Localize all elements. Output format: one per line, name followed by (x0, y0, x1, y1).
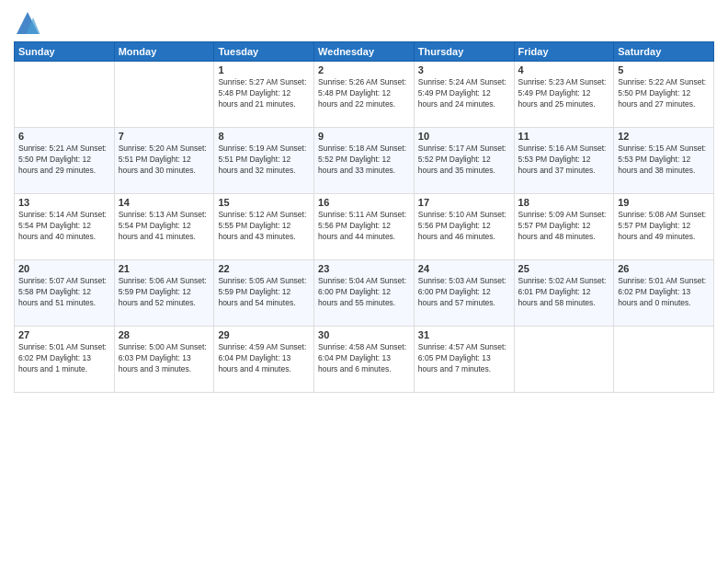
calendar-cell: 15Sunrise: 5:12 AM Sunset: 5:55 PM Dayli… (214, 194, 314, 260)
header-day-wednesday: Wednesday (314, 42, 415, 62)
calendar-cell: 20Sunrise: 5:07 AM Sunset: 5:58 PM Dayli… (15, 260, 115, 327)
day-info: Sunrise: 5:22 AM Sunset: 5:50 PM Dayligh… (618, 77, 710, 110)
calendar-cell (514, 327, 614, 393)
day-number: 12 (618, 131, 710, 142)
day-number: 2 (318, 64, 410, 75)
day-number: 5 (618, 64, 710, 75)
day-number: 6 (18, 131, 110, 142)
day-info: Sunrise: 5:01 AM Sunset: 6:02 PM Dayligh… (618, 276, 710, 309)
day-info: Sunrise: 5:02 AM Sunset: 6:01 PM Dayligh… (518, 276, 610, 309)
calendar-cell: 16Sunrise: 5:11 AM Sunset: 5:56 PM Dayli… (314, 194, 415, 260)
day-info: Sunrise: 5:00 AM Sunset: 6:03 PM Dayligh… (119, 342, 210, 375)
calendar-cell (114, 62, 214, 128)
day-number: 27 (18, 329, 110, 340)
header-day-friday: Friday (514, 42, 614, 62)
calendar-cell: 1Sunrise: 5:27 AM Sunset: 5:48 PM Daylig… (214, 62, 314, 128)
calendar-header-row: SundayMondayTuesdayWednesdayThursdayFrid… (15, 42, 714, 62)
day-info: Sunrise: 4:57 AM Sunset: 6:05 PM Dayligh… (418, 342, 510, 375)
day-number: 16 (318, 197, 410, 208)
day-info: Sunrise: 5:06 AM Sunset: 5:59 PM Dayligh… (119, 276, 210, 309)
day-info: Sunrise: 4:59 AM Sunset: 6:04 PM Dayligh… (218, 342, 310, 375)
day-info: Sunrise: 5:26 AM Sunset: 5:48 PM Dayligh… (318, 77, 410, 110)
day-info: Sunrise: 5:11 AM Sunset: 5:56 PM Dayligh… (318, 210, 410, 243)
day-number: 3 (418, 64, 510, 75)
day-info: Sunrise: 5:04 AM Sunset: 6:00 PM Dayligh… (318, 276, 410, 309)
day-info: Sunrise: 5:10 AM Sunset: 5:56 PM Dayligh… (418, 210, 510, 243)
day-number: 1 (218, 64, 310, 75)
calendar-cell: 10Sunrise: 5:17 AM Sunset: 5:52 PM Dayli… (414, 128, 514, 194)
calendar-cell: 25Sunrise: 5:02 AM Sunset: 6:01 PM Dayli… (514, 260, 614, 327)
day-number: 20 (18, 263, 110, 274)
day-number: 9 (318, 131, 410, 142)
calendar-cell: 19Sunrise: 5:08 AM Sunset: 5:57 PM Dayli… (614, 194, 714, 260)
day-info: Sunrise: 5:09 AM Sunset: 5:57 PM Dayligh… (518, 210, 610, 243)
calendar-cell: 14Sunrise: 5:13 AM Sunset: 5:54 PM Dayli… (114, 194, 214, 260)
header-day-sunday: Sunday (15, 42, 115, 62)
calendar-cell: 3Sunrise: 5:24 AM Sunset: 5:49 PM Daylig… (414, 62, 514, 128)
day-number: 21 (119, 263, 210, 274)
calendar-week-5: 27Sunrise: 5:01 AM Sunset: 6:02 PM Dayli… (15, 327, 714, 393)
calendar-cell: 5Sunrise: 5:22 AM Sunset: 5:50 PM Daylig… (614, 62, 714, 128)
day-number: 23 (318, 263, 410, 274)
header-day-tuesday: Tuesday (214, 42, 314, 62)
calendar-cell: 23Sunrise: 5:04 AM Sunset: 6:00 PM Dayli… (314, 260, 415, 327)
calendar-week-3: 13Sunrise: 5:14 AM Sunset: 5:54 PM Dayli… (15, 194, 714, 260)
calendar-cell (15, 62, 115, 128)
calendar-cell: 4Sunrise: 5:23 AM Sunset: 5:49 PM Daylig… (514, 62, 614, 128)
calendar-week-2: 6Sunrise: 5:21 AM Sunset: 5:50 PM Daylig… (15, 128, 714, 194)
day-info: Sunrise: 5:12 AM Sunset: 5:55 PM Dayligh… (218, 210, 310, 243)
page-container: SundayMondayTuesdayWednesdayThursdayFrid… (0, 0, 728, 402)
day-info: Sunrise: 5:23 AM Sunset: 5:49 PM Dayligh… (518, 77, 610, 110)
day-info: Sunrise: 5:01 AM Sunset: 6:02 PM Dayligh… (18, 342, 110, 375)
calendar-cell: 30Sunrise: 4:58 AM Sunset: 6:04 PM Dayli… (314, 327, 415, 393)
calendar-cell: 18Sunrise: 5:09 AM Sunset: 5:57 PM Dayli… (514, 194, 614, 260)
day-info: Sunrise: 5:19 AM Sunset: 5:51 PM Dayligh… (218, 144, 310, 177)
day-number: 4 (518, 64, 610, 75)
day-number: 7 (119, 131, 210, 142)
calendar-cell: 12Sunrise: 5:15 AM Sunset: 5:53 PM Dayli… (614, 128, 714, 194)
day-number: 19 (618, 197, 710, 208)
day-number: 17 (418, 197, 510, 208)
logo (14, 9, 45, 37)
day-info: Sunrise: 5:17 AM Sunset: 5:52 PM Dayligh… (418, 144, 510, 177)
day-number: 25 (518, 263, 610, 274)
calendar-cell: 8Sunrise: 5:19 AM Sunset: 5:51 PM Daylig… (214, 128, 314, 194)
day-number: 31 (418, 329, 510, 340)
header-day-monday: Monday (114, 42, 214, 62)
day-info: Sunrise: 5:15 AM Sunset: 5:53 PM Dayligh… (618, 144, 710, 177)
calendar-cell: 2Sunrise: 5:26 AM Sunset: 5:48 PM Daylig… (314, 62, 415, 128)
day-number: 14 (119, 197, 210, 208)
logo-icon (14, 9, 41, 37)
day-info: Sunrise: 5:07 AM Sunset: 5:58 PM Dayligh… (18, 276, 110, 309)
day-number: 24 (418, 263, 510, 274)
calendar-cell: 11Sunrise: 5:16 AM Sunset: 5:53 PM Dayli… (514, 128, 614, 194)
day-number: 15 (218, 197, 310, 208)
day-number: 8 (218, 131, 310, 142)
calendar-cell: 31Sunrise: 4:57 AM Sunset: 6:05 PM Dayli… (414, 327, 514, 393)
calendar-cell: 9Sunrise: 5:18 AM Sunset: 5:52 PM Daylig… (314, 128, 415, 194)
calendar-cell: 27Sunrise: 5:01 AM Sunset: 6:02 PM Dayli… (15, 327, 115, 393)
day-number: 22 (218, 263, 310, 274)
day-info: Sunrise: 5:16 AM Sunset: 5:53 PM Dayligh… (518, 144, 610, 177)
day-number: 26 (618, 263, 710, 274)
day-number: 18 (518, 197, 610, 208)
calendar-cell: 29Sunrise: 4:59 AM Sunset: 6:04 PM Dayli… (214, 327, 314, 393)
calendar-cell: 24Sunrise: 5:03 AM Sunset: 6:00 PM Dayli… (414, 260, 514, 327)
day-number: 30 (318, 329, 410, 340)
day-number: 28 (119, 329, 210, 340)
calendar-cell: 17Sunrise: 5:10 AM Sunset: 5:56 PM Dayli… (414, 194, 514, 260)
calendar-cell: 21Sunrise: 5:06 AM Sunset: 5:59 PM Dayli… (114, 260, 214, 327)
header (14, 9, 714, 37)
day-info: Sunrise: 5:14 AM Sunset: 5:54 PM Dayligh… (18, 210, 110, 243)
calendar-cell: 6Sunrise: 5:21 AM Sunset: 5:50 PM Daylig… (15, 128, 115, 194)
calendar-cell: 13Sunrise: 5:14 AM Sunset: 5:54 PM Dayli… (15, 194, 115, 260)
day-number: 11 (518, 131, 610, 142)
day-info: Sunrise: 5:20 AM Sunset: 5:51 PM Dayligh… (119, 144, 210, 177)
day-info: Sunrise: 5:27 AM Sunset: 5:48 PM Dayligh… (218, 77, 310, 110)
day-info: Sunrise: 5:05 AM Sunset: 5:59 PM Dayligh… (218, 276, 310, 309)
day-number: 13 (18, 197, 110, 208)
day-info: Sunrise: 5:18 AM Sunset: 5:52 PM Dayligh… (318, 144, 410, 177)
calendar-week-1: 1Sunrise: 5:27 AM Sunset: 5:48 PM Daylig… (15, 62, 714, 128)
day-info: Sunrise: 5:03 AM Sunset: 6:00 PM Dayligh… (418, 276, 510, 309)
header-day-saturday: Saturday (614, 42, 714, 62)
